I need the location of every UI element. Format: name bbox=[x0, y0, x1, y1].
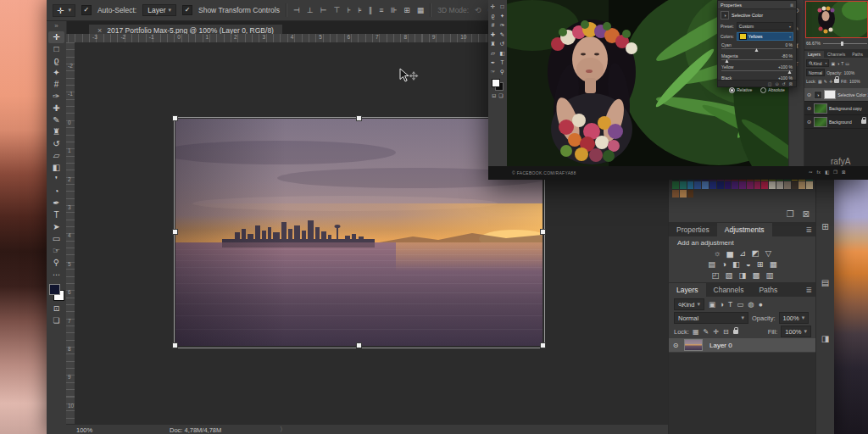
adj-levels-icon[interactable]: ▅ bbox=[727, 248, 733, 258]
fill-value[interactable]: 100% bbox=[849, 79, 860, 84]
fw-hand-icon[interactable]: ☞ bbox=[488, 67, 498, 76]
adj-selective-color-icon[interactable]: ▥ bbox=[765, 270, 773, 280]
align-bottom-icon[interactable]: ⊧ bbox=[358, 6, 362, 14]
preset-dropdown[interactable]: Custom ▾ bbox=[737, 22, 793, 31]
slider-cyan[interactable]: Cyan0 % bbox=[718, 42, 796, 53]
swatch[interactable] bbox=[798, 181, 805, 189]
current-tool-button[interactable]: ✛ ▾ bbox=[53, 4, 75, 17]
fw-lock-pixels-icon[interactable]: ✎ bbox=[824, 79, 827, 84]
layer-filter-dropdown[interactable]: ⚲ Kind ▾ bbox=[806, 59, 829, 67]
adj-vibrance-icon[interactable]: ▽ bbox=[765, 248, 771, 258]
new-swatch-icon[interactable]: ❐ bbox=[787, 209, 794, 219]
show-transform-checkbox[interactable]: ✓ bbox=[182, 5, 192, 15]
fw-clone-stamp-icon[interactable]: ♜ bbox=[488, 39, 498, 48]
layer-filter-dropdown[interactable]: ⚲ Kind ▾ bbox=[674, 298, 704, 310]
link-layers-icon[interactable]: ∾ bbox=[809, 170, 813, 175]
tool-blur[interactable]: ❜ bbox=[48, 174, 64, 186]
adj-curves-icon[interactable]: ⊿ bbox=[739, 248, 746, 258]
auto-select-dropdown[interactable]: Layer ▾ bbox=[142, 4, 176, 16]
tool-dodge[interactable]: ◔ bbox=[48, 186, 64, 198]
add-mask-icon[interactable]: ◧ bbox=[825, 170, 829, 175]
layer-mask-thumbnail[interactable] bbox=[824, 90, 837, 99]
3d-rotate-icon[interactable]: ⟲ bbox=[475, 6, 481, 14]
tool-screen-mode[interactable]: ❏ bbox=[48, 314, 64, 326]
layer-visibility-icon[interactable]: ⊙ bbox=[806, 105, 812, 111]
lock-position-icon[interactable]: ✛ bbox=[713, 328, 719, 336]
tab-paths[interactable]: Paths bbox=[849, 51, 866, 58]
reset-adjustment-icon[interactable]: ↺ bbox=[782, 81, 786, 86]
layer-row-selective-color-1[interactable]: ⊙◑Selective Color 1 bbox=[804, 88, 868, 102]
lock-transparent-icon[interactable]: ▦ bbox=[693, 328, 699, 336]
tab-paths[interactable]: Paths bbox=[751, 283, 785, 297]
floating-color-swatches[interactable] bbox=[492, 79, 504, 91]
fw-type-icon[interactable]: T bbox=[498, 58, 507, 67]
swatch[interactable] bbox=[717, 181, 724, 189]
tool-history-brush[interactable]: ↺ bbox=[48, 138, 64, 150]
filter-adjustment-icon[interactable]: ◑ bbox=[720, 300, 724, 309]
fw-brush-icon[interactable]: ✎ bbox=[498, 30, 507, 39]
filter-pixel-icon[interactable]: ▣ bbox=[709, 300, 715, 309]
fw-filter-shape-icon[interactable]: ▭ bbox=[845, 61, 849, 66]
swatch[interactable] bbox=[754, 181, 761, 189]
slider-magenta[interactable]: Magenta-80 % bbox=[718, 53, 796, 64]
filter-shape-icon[interactable]: ▭ bbox=[737, 300, 743, 309]
layer-visibility-icon[interactable]: ⊙ bbox=[806, 119, 812, 125]
tool-spot-healing-brush[interactable]: ✚ bbox=[48, 103, 64, 114]
tool-lasso[interactable]: ϱ bbox=[48, 55, 64, 67]
delete-swatch-icon[interactable]: ⊠ bbox=[803, 209, 810, 219]
panel-info-icon[interactable]: ◨ bbox=[821, 334, 829, 343]
relative-radio[interactable]: Relative bbox=[729, 87, 752, 93]
tool-pen[interactable]: ✒ bbox=[48, 198, 64, 209]
swatch[interactable] bbox=[680, 190, 687, 198]
adj-hue-saturation-icon[interactable]: ▤ bbox=[708, 259, 715, 269]
fw-eyedropper-icon[interactable]: ✑ bbox=[498, 20, 507, 30]
tool-clone-stamp[interactable]: ♜ bbox=[48, 126, 64, 138]
fw-healing-icon[interactable]: ✚ bbox=[488, 30, 498, 39]
adj-color-balance-icon[interactable]: ◑ bbox=[721, 259, 726, 269]
fill-field[interactable]: 100% ▾ bbox=[781, 326, 811, 337]
foreground-background-swatches[interactable] bbox=[49, 284, 64, 301]
swatch[interactable] bbox=[761, 181, 768, 189]
fw-filter-pixel-icon[interactable]: ▣ bbox=[831, 61, 835, 66]
auto-select-checkbox[interactable]: ✓ bbox=[81, 5, 92, 15]
tab-adjustments[interactable]: Adjustments bbox=[717, 223, 772, 236]
zoom-level-field[interactable]: 100% bbox=[76, 426, 170, 434]
blend-mode-dropdown[interactable]: Normal bbox=[806, 69, 825, 76]
distribute-right-icon[interactable]: ⊪ bbox=[390, 6, 397, 14]
layer-visibility-icon[interactable]: ⊙ bbox=[806, 92, 812, 97]
adj-photo-filter-icon[interactable]: ◒ bbox=[746, 259, 751, 269]
navigator-preview[interactable] bbox=[805, 1, 868, 38]
swatch[interactable] bbox=[672, 190, 679, 198]
tool-eraser[interactable]: ▱ bbox=[48, 150, 64, 162]
swatch[interactable] bbox=[725, 181, 732, 189]
swatch[interactable] bbox=[694, 181, 701, 189]
opacity-value[interactable]: 100% bbox=[843, 70, 854, 75]
swatch[interactable] bbox=[672, 181, 679, 189]
fw-crop-icon[interactable]: # bbox=[488, 20, 498, 30]
tab-layers[interactable]: Layers bbox=[804, 51, 824, 58]
tab-channels[interactable]: Channels bbox=[706, 283, 752, 297]
opacity-field[interactable]: 100% ▾ bbox=[779, 312, 810, 324]
transform-handle-top-left[interactable] bbox=[172, 115, 178, 121]
panel-header-icons[interactable]: ≣ bbox=[790, 3, 793, 8]
blend-mode-dropdown[interactable]: Normal ▾ bbox=[674, 312, 748, 324]
align-top-icon[interactable]: ⊤ bbox=[333, 6, 340, 14]
slider-yellow[interactable]: Yellow+100 % bbox=[718, 64, 796, 75]
swatch[interactable] bbox=[702, 181, 709, 189]
swatch[interactable] bbox=[792, 181, 798, 189]
transform-handle-bottom-left[interactable] bbox=[172, 342, 178, 348]
fw-move-icon[interactable]: ✛ bbox=[488, 2, 498, 11]
align-middle-icon[interactable]: ⊦ bbox=[347, 6, 351, 14]
swatch[interactable] bbox=[806, 181, 813, 189]
panel-color-icon[interactable]: ⊞ bbox=[821, 222, 828, 231]
transform-handle-bottom-center[interactable] bbox=[356, 342, 362, 348]
fw-eraser-icon[interactable]: ▱ bbox=[488, 48, 498, 58]
swatch[interactable] bbox=[776, 181, 783, 189]
adj-invert-icon[interactable]: ◰ bbox=[712, 270, 720, 280]
layer-row-background-copy[interactable]: ⊙Background copy bbox=[804, 102, 868, 115]
layer-row-background[interactable]: ⊙Background bbox=[804, 115, 868, 129]
layer-thumbnail[interactable] bbox=[814, 117, 827, 127]
fw-pen-icon[interactable]: ✒ bbox=[488, 58, 498, 67]
transform-handle-top-center[interactable] bbox=[356, 115, 362, 121]
navigator-zoom-slider[interactable] bbox=[823, 43, 867, 44]
